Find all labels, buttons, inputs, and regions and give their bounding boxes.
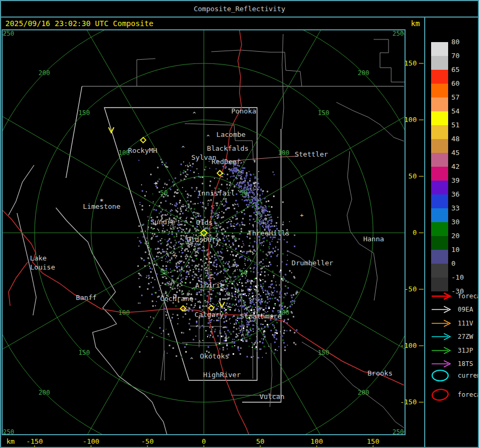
echo-cell [260,222,261,223]
echo-cell [258,171,259,172]
echo-cell [227,348,228,349]
echo-cell [261,214,262,216]
echo-cell [169,231,170,232]
echo-cell [236,323,237,324]
echo-cell [266,265,267,266]
echo-cell [154,279,155,280]
echo-cell [241,322,243,323]
echo-cell [225,271,226,272]
range-ring-label: 200 [38,389,50,396]
range-ring-label: 100 [118,309,130,316]
echo-cell [185,191,186,192]
echo-cell [241,174,242,175]
echo-cell [268,224,270,226]
echo-cell [208,267,209,269]
echo-cell [187,256,188,257]
echo-cell [270,223,272,224]
echo-cell [199,340,200,341]
echo-cell [275,329,277,331]
echo-cell [179,214,180,215]
echo-cell [207,254,208,255]
echo-cell [145,231,146,232]
echo-cell [180,174,181,175]
echo-cell [176,355,177,357]
echo-cell [198,173,199,174]
echo-cell [286,330,287,331]
echo-cell [229,219,230,220]
echo-cell [146,238,147,239]
echo-cell [241,183,243,184]
echo-cell [276,255,278,257]
echo-cell [258,299,260,300]
echo-cell [166,265,167,266]
range-ring-label: 150 [318,349,329,356]
echo-cell [274,325,275,327]
echo-cell [264,271,266,273]
echo-cell [199,307,201,308]
echo-cell [226,320,227,322]
echo-cell [236,193,237,195]
echo-cell [249,202,251,203]
echo-cell [290,330,291,331]
echo-cell [139,202,141,203]
echo-cell [269,248,270,249]
echo-cell [242,340,244,342]
echo-cell [189,282,191,283]
echo-cell [296,329,298,331]
echo-cell [272,271,274,272]
city-label: Calgary [195,311,224,319]
echo-cell [190,201,192,202]
echo-cell [237,203,238,205]
echo-cell [265,223,266,224]
echo-cell [162,265,164,267]
scale-edge-label: 0 [451,259,473,268]
echo-cell [192,265,193,266]
echo-cell [287,319,289,320]
echo-cell [285,295,286,296]
echo-cell [161,215,162,217]
echo-cell [272,239,273,240]
echo-cell [181,229,183,230]
echo-cell [213,219,215,221]
echo-cell [185,171,186,173]
echo-cell [244,177,245,179]
echo-cell [196,258,197,259]
echo-cell [236,328,237,330]
echo-cell [250,289,252,290]
echo-cell [155,248,156,250]
echo-cell [222,257,224,258]
echo-cell [185,258,187,259]
echo-cell [251,308,252,309]
echo-cell [237,269,238,270]
echo-cell [184,224,186,226]
radar-map[interactable]: 5010015020025050100150200250501001502002… [1,1,479,448]
echo-cell [265,210,266,211]
echo-cell [244,325,245,327]
echo-cell [174,248,175,249]
echo-cell [219,292,220,293]
echo-cell [160,243,162,245]
echo-cell [212,303,213,304]
echo-cell [235,263,236,264]
echo-cell [241,246,243,248]
echo-cell [219,222,220,223]
echo-cell [177,285,178,287]
echo-cell [196,187,197,189]
legend-ellipse-forecast-label: forecast [458,391,479,398]
echo-cell [176,192,178,194]
echo-cell [176,265,177,267]
echo-cell [141,295,143,296]
echo-cell [178,241,179,243]
echo-cell [213,320,214,321]
echo-cell [224,229,225,230]
echo-cell [177,271,178,272]
echo-cell [254,176,256,178]
echo-cell [246,326,248,328]
scale-color-box [431,125,448,139]
echo-cell [249,223,250,224]
echo-cell [198,268,200,270]
echo-cell [243,161,244,162]
echo-cell [211,256,213,257]
scale-edge-label: 45 [451,149,473,157]
echo-cell [181,250,182,251]
